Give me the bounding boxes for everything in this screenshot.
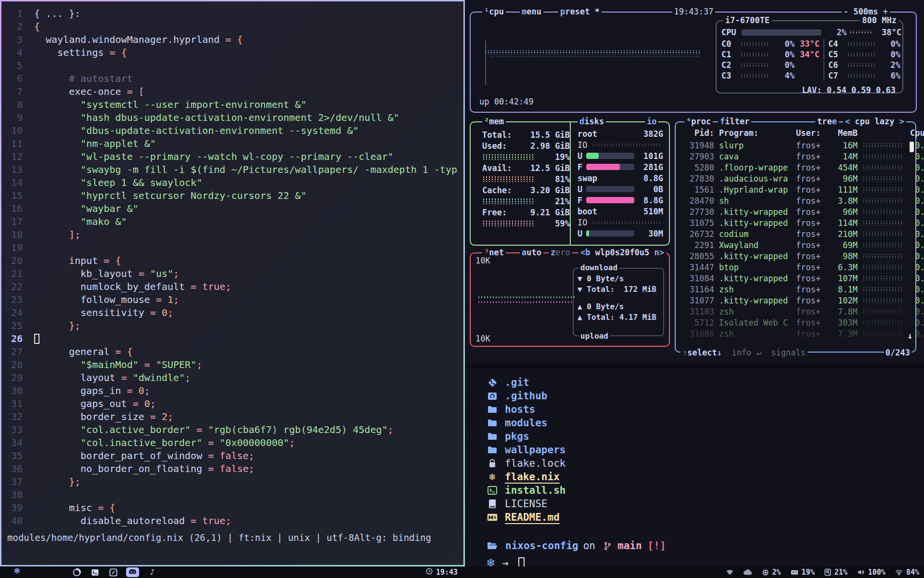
proc-sort-column[interactable]: Cpu% <box>909 128 924 138</box>
proc-scrollbar[interactable] <box>910 142 914 152</box>
file-item[interactable]: pkgs <box>486 430 924 443</box>
file-item[interactable]: wallpapers <box>486 443 924 457</box>
network-tray-icon[interactable] <box>726 570 733 575</box>
process-row[interactable]: 1561.Hyprland-wrap fros+111M 0.0 <box>680 184 911 195</box>
process-row[interactable]: 5280.floorp-wrappe fros+454M 0.0 <box>680 162 911 173</box>
proc-filter-button[interactable]: filter <box>718 116 751 127</box>
process-row[interactable]: 31948slurp fros+16M 0.0 <box>680 140 911 151</box>
code-line[interactable]: 38 <box>1 488 463 501</box>
code-line[interactable]: 16 "waybar &" <box>1 202 463 215</box>
preset-button[interactable]: preset * <box>558 6 602 17</box>
code-line[interactable]: 25 }; <box>1 319 463 332</box>
code-line[interactable]: 17 "mako &" <box>1 215 463 228</box>
code-line[interactable]: 35 border_part_of_window = false; <box>1 449 463 462</box>
code-line[interactable]: 28 "$mainMod" = "SUPER"; <box>1 358 463 371</box>
net-auto-toggle[interactable]: auto <box>520 247 543 258</box>
code-line[interactable]: 39 misc = { <box>1 501 463 514</box>
code-line[interactable]: 7 exec-once = [ <box>1 85 463 98</box>
process-row[interactable]: 31084.kitty-wrapped fros+107M 0.0 <box>680 273 911 284</box>
taskbar-clock[interactable]: 19:43 <box>426 566 458 578</box>
taskbar-firefox-button[interactable] <box>71 567 82 577</box>
code-line[interactable]: 30 gaps_in = 0; <box>1 384 463 397</box>
terminal-window[interactable]: .git .github hosts modules pkgs wallpape… <box>466 368 924 566</box>
process-row[interactable]: 31447btop fros+6.3M 0.2 <box>680 262 911 273</box>
file-item[interactable]: ❄ flake.nix <box>486 470 924 484</box>
process-row[interactable]: 28055.kitty-wrapped fros+98M 0.0 <box>680 250 911 262</box>
code-line[interactable]: 34 "col.inactive_border" = "0x00000000"; <box>1 436 463 449</box>
code-line[interactable]: 13 "swaybg -m fill -i $(find ~/Pictures/… <box>1 163 463 176</box>
code-line[interactable]: 5 <box>1 59 463 72</box>
process-row[interactable]: 31075.kitty-wrapped fros+114M 0.0 <box>680 217 911 228</box>
code-line[interactable]: 21 kb_layout = "us"; <box>1 267 463 280</box>
net-zero-toggle[interactable]: zero <box>549 247 572 258</box>
code-line[interactable]: 4 settings = { <box>1 46 463 59</box>
code-line[interactable]: 3 wayland.windowManager.hyprland = { <box>1 33 463 46</box>
process-row[interactable]: 28470sh fros+3.8M 0.0 <box>680 195 911 206</box>
menu-button[interactable]: menu <box>520 6 543 17</box>
process-row[interactable]: 5712Isolated Web C fros+303M 0.0 <box>680 317 911 328</box>
code-line[interactable]: 10 "dbus-update-activation-environment -… <box>1 124 463 137</box>
line-number: 17 <box>1 215 23 228</box>
editor-pane[interactable]: 1 { ... }: 2 { 3 wayland.windowManager.h… <box>1 1 463 565</box>
code-line[interactable]: 1 { ... }: <box>1 7 463 20</box>
nix-menu-button[interactable]: ❄ <box>13 567 20 575</box>
proc-sort-selector[interactable]: < cpu lazy > <box>843 116 906 127</box>
code-line[interactable]: 37 }; <box>1 475 463 488</box>
process-row[interactable]: 31077.kitty-wrapped fros+102M 0.0 <box>680 295 911 306</box>
process-row[interactable]: 27830.audacious-wra fros+96M 0.2 <box>680 173 911 184</box>
disks-toggle[interactable]: disks <box>578 116 606 127</box>
file-item[interactable]: README.md <box>486 511 924 524</box>
lock-icon <box>486 459 499 468</box>
code-line[interactable]: 29 layout = "dwindle"; <box>1 371 463 384</box>
net-interface-selector[interactable]: <b wlp0s20f0u5 n> <box>578 247 666 258</box>
proc-tree-toggle[interactable]: tree <box>815 116 839 127</box>
taskbar-terminal-button[interactable] <box>90 567 100 577</box>
code-line[interactable]: 32 border_size = 2; <box>1 410 463 423</box>
interval-decrease-button[interactable]: - <box>844 6 848 17</box>
proc-signals-button[interactable]: signals <box>771 347 806 358</box>
code-line[interactable]: 9 "hash dbus-update-activation-environme… <box>1 111 463 124</box>
code-line[interactable]: 6 # autostart <box>1 72 463 85</box>
code-line[interactable]: 2 { <box>1 20 463 33</box>
code-line[interactable]: 14 "sleep 1 && swaylock" <box>1 176 463 189</box>
code-line[interactable]: 8 "systemctl --user import-environment &… <box>1 98 463 111</box>
code-line[interactable]: 24 sensitivity = 0; <box>1 306 463 319</box>
process-row[interactable]: 31164zsh fros+8.1M 0.0 <box>680 284 911 295</box>
code-line[interactable]: 15 "hyprctl setcursor Nordzy-cursors 22 … <box>1 189 463 202</box>
io-mode-toggle[interactable]: io <box>645 116 658 127</box>
code-line[interactable]: 26 <box>1 332 463 345</box>
file-item[interactable]: hosts <box>486 403 924 416</box>
code-line[interactable]: 31 gaps_out = 0; <box>1 397 463 410</box>
cloud-tray-icon[interactable] <box>743 569 752 575</box>
line-number: 3 <box>1 33 23 46</box>
proc-select-button[interactable]: select <box>687 347 717 358</box>
file-item[interactable]: LICENSE <box>486 497 924 511</box>
proc-scroll-down-icon[interactable]: ↓ <box>908 330 912 341</box>
process-row[interactable]: 27903cava fros+14M 0.2 <box>680 151 911 162</box>
code-line[interactable]: 22 numlock_by_default = true; <box>1 280 463 293</box>
file-item[interactable]: .git <box>486 376 924 389</box>
taskbar-notes-button[interactable] <box>108 567 118 577</box>
process-row[interactable]: 27730.kitty-wrapped fros+96M 0.2 <box>680 206 911 217</box>
code-line[interactable]: 36 no_border_on_floating = false; <box>1 462 463 475</box>
process-row[interactable]: 2291Xwayland fros+69M 0.0 <box>680 239 911 250</box>
code-line[interactable]: 33 "col.active_border" = "rgb(cba6f7) rg… <box>1 423 463 436</box>
file-item[interactable]: flake.lock <box>486 457 924 470</box>
taskbar-discord-button[interactable] <box>126 567 139 577</box>
code-line[interactable]: 27 general = { <box>1 345 463 358</box>
process-row[interactable]: 26732codium fros+210M 0.0 <box>680 228 911 239</box>
code-line[interactable]: 12 "wl-paste --primary --watch wl-copy -… <box>1 150 463 163</box>
code-line[interactable]: 11 "nm-applet &" <box>1 137 463 150</box>
process-row[interactable]: 31103zsh fros+7.8M 0.0 <box>680 306 911 317</box>
proc-info-button[interactable]: info <box>732 347 751 358</box>
code-line[interactable]: 19 <box>1 241 463 254</box>
process-row[interactable]: 31086zsh fros+7.3M 0.0 <box>680 328 911 339</box>
code-line[interactable]: 23 follow_mouse = 1; <box>1 293 463 306</box>
file-item[interactable]: modules <box>486 416 924 430</box>
file-item[interactable]: .github <box>486 389 924 403</box>
file-item[interactable]: install.sh <box>486 484 924 497</box>
code-line[interactable]: 20 input = { <box>1 254 463 267</box>
taskbar-music-player-button[interactable]: ♪ <box>147 567 157 577</box>
code-line[interactable]: 40 disable_autoreload = true; <box>1 514 463 527</box>
code-line[interactable]: 18 ]; <box>1 228 463 241</box>
